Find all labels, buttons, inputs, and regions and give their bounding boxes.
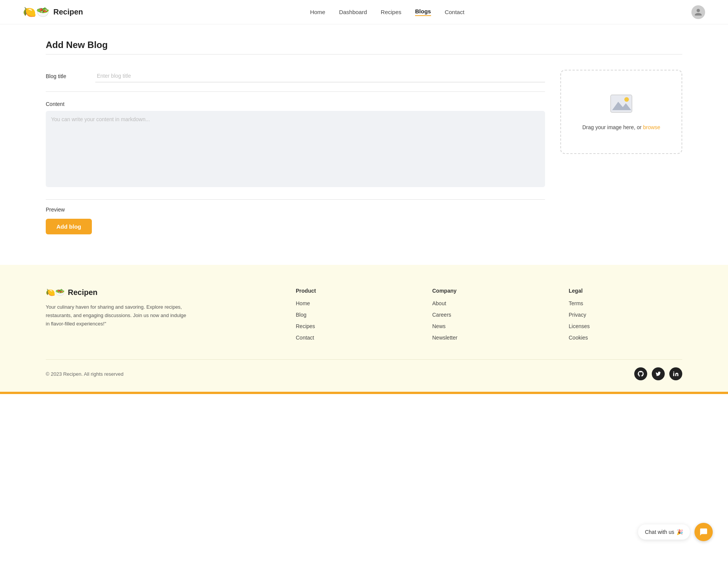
- form-left: Blog title Content Preview Add blog: [46, 70, 545, 234]
- footer-product: Product Home Blog Recipes Contact: [296, 288, 409, 341]
- footer-link-contact[interactable]: Contact: [296, 335, 314, 341]
- footer-brand: 🍋🥗 Recipen Your culinary haven for shari…: [46, 288, 273, 341]
- nav-home[interactable]: Home: [310, 9, 325, 15]
- upload-browse-link[interactable]: browse: [643, 124, 660, 130]
- blog-title-row: Blog title: [46, 70, 545, 82]
- footer: 🍋🥗 Recipen Your culinary haven for shari…: [0, 265, 728, 392]
- upload-text: Drag your image here, or browse: [582, 124, 661, 130]
- content-label: Content: [46, 101, 545, 107]
- upload-icon: [609, 93, 633, 118]
- user-avatar[interactable]: [691, 5, 705, 19]
- footer-product-links: Home Blog Recipes Contact: [296, 300, 409, 341]
- svg-point-2: [624, 97, 629, 102]
- footer-link-home[interactable]: Home: [296, 300, 310, 306]
- nav-contact[interactable]: Contact: [445, 9, 465, 15]
- footer-legal-title: Legal: [569, 288, 682, 294]
- main-content: Add New Blog Blog title Content Preview …: [0, 24, 728, 265]
- preview-divider: [46, 199, 545, 200]
- footer-legal: Legal Terms Privacy Licenses Cookies: [569, 288, 682, 341]
- nav-links: Home Dashboard Recipes Blogs Contact: [310, 8, 464, 16]
- footer-company: Company About Careers News Newsletter: [432, 288, 546, 341]
- add-blog-button[interactable]: Add blog: [46, 219, 92, 234]
- footer-logo-icon: 🍋🥗: [46, 288, 65, 297]
- title-divider: [46, 54, 682, 54]
- footer-bottom: © 2023 Recipen. All rights reserved: [46, 359, 682, 392]
- form-layout: Blog title Content Preview Add blog: [46, 70, 682, 234]
- footer-brand-name: 🍋🥗 Recipen: [46, 288, 273, 297]
- navbar: 🍋🥗 Recipen Home Dashboard Recipes Blogs …: [0, 0, 728, 24]
- linkedin-icon[interactable]: [669, 367, 682, 380]
- footer-top: 🍋🥗 Recipen Your culinary haven for shari…: [46, 288, 682, 341]
- nav-recipes[interactable]: Recipes: [381, 9, 401, 15]
- bottom-bar: [0, 392, 728, 394]
- footer-link-licenses[interactable]: Licenses: [569, 323, 590, 329]
- footer-link-careers[interactable]: Careers: [432, 312, 451, 318]
- preview-section: Preview Add blog: [46, 199, 545, 234]
- footer-company-title: Company: [432, 288, 546, 294]
- image-upload-box[interactable]: Drag your image here, or browse: [560, 70, 682, 154]
- content-section: Content: [46, 101, 545, 189]
- nav-dashboard[interactable]: Dashboard: [339, 9, 367, 15]
- footer-tagline: Your culinary haven for sharing and savo…: [46, 303, 191, 328]
- footer-link-about[interactable]: About: [432, 300, 446, 306]
- footer-company-links: About Careers News Newsletter: [432, 300, 546, 341]
- footer-link-news[interactable]: News: [432, 323, 446, 329]
- github-icon[interactable]: [634, 367, 647, 380]
- nav-blogs[interactable]: Blogs: [415, 8, 431, 16]
- footer-link-terms[interactable]: Terms: [569, 300, 583, 306]
- preview-label: Preview: [46, 207, 545, 213]
- twitter-icon[interactable]: [652, 367, 665, 380]
- logo-icon: 🍋🥗: [23, 6, 50, 18]
- blog-title-label: Blog title: [46, 73, 84, 79]
- footer-link-privacy[interactable]: Privacy: [569, 312, 586, 318]
- footer-link-newsletter[interactable]: Newsletter: [432, 335, 457, 341]
- footer-product-title: Product: [296, 288, 409, 294]
- form-row-divider: [46, 91, 545, 92]
- footer-link-cookies[interactable]: Cookies: [569, 335, 588, 341]
- page-title: Add New Blog: [46, 40, 682, 50]
- brand-name: Recipen: [53, 8, 83, 16]
- content-textarea[interactable]: [46, 111, 545, 187]
- blog-title-input[interactable]: [95, 70, 545, 82]
- navbar-brand[interactable]: 🍋🥗 Recipen: [23, 6, 83, 18]
- footer-social: [634, 367, 682, 380]
- footer-copyright: © 2023 Recipen. All rights reserved: [46, 371, 123, 377]
- footer-link-recipes[interactable]: Recipes: [296, 323, 315, 329]
- form-right: Drag your image here, or browse: [560, 70, 682, 154]
- footer-link-blog[interactable]: Blog: [296, 312, 306, 318]
- footer-legal-links: Terms Privacy Licenses Cookies: [569, 300, 682, 341]
